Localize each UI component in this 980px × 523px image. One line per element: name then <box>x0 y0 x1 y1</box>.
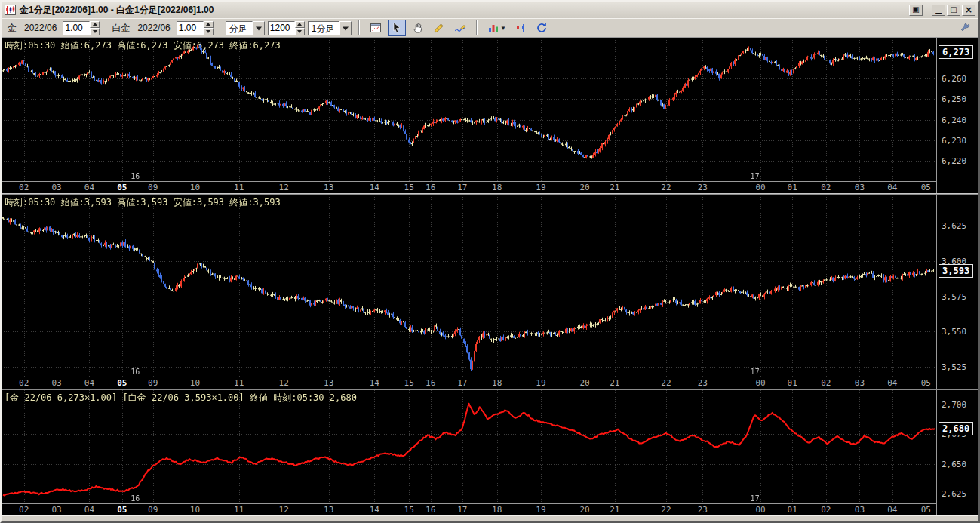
platinum-multiplier-input[interactable] <box>177 21 204 35</box>
x-axis-label: 22 <box>661 183 671 192</box>
x-axis-label: 13 <box>324 183 333 192</box>
bar-type-dropdown[interactable]: 分足 <box>226 21 265 35</box>
bar-chart-icon <box>487 22 499 34</box>
platinum-label: 白金 <box>110 22 131 35</box>
gold-contract-select[interactable]: 2022/06 <box>21 22 60 34</box>
gold-price-axis[interactable]: 6,273 6,2606,2506,2406,2306,220 <box>936 38 978 193</box>
y-axis-label: 6,260 <box>942 74 966 84</box>
x-axis-label: 10 <box>190 378 200 388</box>
gold-current-price-badge: 6,273 <box>939 45 973 59</box>
platinum-time-axis[interactable]: 0203040509101112131415161718192021222300… <box>2 377 936 389</box>
platinum-multiplier-up-arrow[interactable] <box>204 21 214 29</box>
chart-app-window: 金1分足[2022/06]1.00 - 白金1分足[2022/06]1.00 ▣… <box>0 0 980 523</box>
x-axis-label: 17 <box>457 378 467 388</box>
x-axis-label: 01 <box>788 183 797 192</box>
x-axis-label: 17 <box>457 505 467 515</box>
toolbar-separator <box>358 20 360 35</box>
chart-setup-icon <box>370 22 382 34</box>
x-axis-label: 03 <box>855 505 865 515</box>
gold-multiplier-up-arrow[interactable] <box>90 21 100 29</box>
x-axis-label: 01 <box>788 505 797 515</box>
spread-chart-canvas[interactable] <box>2 390 936 503</box>
x-axis-label: 14 <box>370 378 379 388</box>
platinum-contract-select[interactable]: 2022/06 <box>134 22 173 34</box>
x-axis-label: 19 <box>536 183 545 192</box>
x-axis-label: 23 <box>698 183 708 192</box>
x-axis-label: 22 <box>661 505 671 515</box>
spread-formula-readout: [金 22/06 6,273×1.00]-[白金 22/06 3,593×1.0… <box>5 392 357 405</box>
x-axis-label: 23 <box>698 378 708 388</box>
x-axis-label: 13 <box>324 505 333 515</box>
restore-window-button[interactable]: ▣ <box>909 5 923 16</box>
spread-time-axis[interactable]: 0203040509101112131415161718192021222300… <box>2 503 936 515</box>
candle-chart-button[interactable] <box>512 20 530 36</box>
gold-chart-panel: 時刻:05:30 始値:6,273 高値:6,273 安値:6,273 終値:6… <box>2 38 978 193</box>
platinum-multiplier-down-arrow[interactable] <box>204 28 214 35</box>
x-axis-label: 11 <box>234 505 244 515</box>
platinum-ohlc-readout: 時刻:05:30 始値:3,593 高値:3,593 安値:3,593 終値:3… <box>5 196 281 209</box>
chart-area: 時刻:05:30 始値:6,273 高値:6,273 安値:6,273 終値:6… <box>2 38 978 521</box>
x-axis-label: 20 <box>580 378 590 388</box>
chart-setup-button[interactable] <box>367 20 385 36</box>
x-axis-label: 16 <box>425 505 435 515</box>
x-axis-label: 01 <box>788 378 797 388</box>
gold-plot: 時刻:05:30 始値:6,273 高値:6,273 安値:6,273 終値:6… <box>2 38 936 181</box>
title-bar[interactable]: 金1分足[2022/06]1.00 - 白金1分足[2022/06]1.00 ▣… <box>2 2 978 18</box>
x-axis-label: 03 <box>855 378 865 388</box>
x-axis-label: 20 <box>580 505 590 515</box>
window-title: 金1分足[2022/06]1.00 - 白金1分足[2022/06]1.00 <box>20 4 214 17</box>
y-axis-label: 3,575 <box>942 292 966 302</box>
x-axis-label: 05 <box>117 505 127 515</box>
refresh-button[interactable] <box>533 20 551 36</box>
x-axis-label: 02 <box>821 183 831 192</box>
interval-value: 1分足 <box>308 21 340 35</box>
x-axis-label: 12 <box>279 378 289 388</box>
x-axis-label: 15 <box>404 505 414 515</box>
bar-count-up-arrow[interactable] <box>295 21 305 29</box>
settings-button[interactable] <box>956 20 974 36</box>
chart-style-dropdown-button[interactable]: ▼ <box>484 20 508 36</box>
x-axis-label: 05 <box>921 183 931 192</box>
bar-type-value: 分足 <box>226 21 253 35</box>
maximize-button[interactable]: □ <box>947 5 960 16</box>
gold-multiplier-down-arrow[interactable] <box>90 28 100 35</box>
x-axis-label: 21 <box>610 378 619 388</box>
spread-price-axis[interactable]: 2,680 2,7002,6752,6502,625 <box>936 390 978 515</box>
y-axis-label: 6,230 <box>942 136 966 146</box>
interval-dropdown[interactable]: 1分足 <box>308 21 352 35</box>
platinum-chart-canvas[interactable] <box>2 195 936 377</box>
gold-label: 金 <box>6 22 18 35</box>
bar-count-down-arrow[interactable] <box>295 28 305 35</box>
x-axis-label: 19 <box>536 505 545 515</box>
x-axis-label: 17 <box>457 183 467 192</box>
x-axis-label: 15 <box>404 183 414 192</box>
interval-dropdown-arrow-icon[interactable] <box>339 21 352 35</box>
bar-type-dropdown-arrow-icon[interactable] <box>253 21 265 35</box>
window-bottom-frame <box>2 515 978 521</box>
pan-hand-button[interactable] <box>409 20 427 36</box>
select-cursor-button[interactable] <box>388 20 406 36</box>
y-axis-label: 2,625 <box>942 489 966 499</box>
close-button[interactable]: × <box>962 5 975 16</box>
x-axis-label: 22 <box>661 378 671 388</box>
draw-freehand-button[interactable] <box>451 20 469 36</box>
platinum-chart-panel: 時刻:05:30 始値:3,593 高値:3,593 安値:3,593 終値:3… <box>2 195 978 389</box>
gold-chart-canvas[interactable] <box>2 38 936 181</box>
gold-multiplier-input[interactable] <box>63 21 90 35</box>
x-axis-label: 02 <box>821 505 831 515</box>
gold-ohlc-readout: 時刻:05:30 始値:6,273 高値:6,273 安値:6,273 終値:6… <box>5 39 281 52</box>
platinum-price-axis[interactable]: 3,593 3,6253,6003,5753,5503,525 <box>936 195 978 389</box>
draw-line-button[interactable] <box>430 20 448 36</box>
x-axis-label: 02 <box>19 505 29 515</box>
x-axis-label: 03 <box>855 183 865 192</box>
cursor-icon <box>391 22 403 34</box>
minimize-button[interactable]: ▁ <box>932 5 945 16</box>
x-axis-label: 02 <box>19 183 29 192</box>
x-axis-label: 05 <box>117 378 127 388</box>
x-axis-label: 20 <box>580 183 590 192</box>
x-axis-label: 11 <box>234 378 244 388</box>
x-axis-label: 04 <box>887 505 897 515</box>
bar-count-input[interactable] <box>268 21 295 35</box>
x-axis-label: 04 <box>887 378 897 388</box>
gold-time-axis[interactable]: 0203040509101112131415161718192021222300… <box>2 181 936 193</box>
